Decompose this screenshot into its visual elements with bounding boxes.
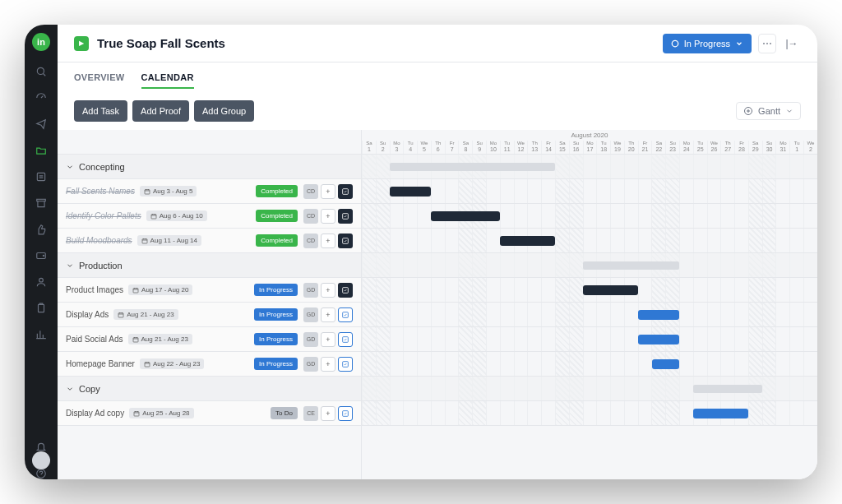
assignee-avatar[interactable]: GD bbox=[303, 283, 318, 298]
status-dropdown[interactable]: In Progress bbox=[663, 34, 752, 53]
svg-rect-10 bbox=[145, 189, 150, 193]
task-row[interactable]: Fall Scents Names Aug 3 - Aug 5 Complete… bbox=[58, 179, 361, 204]
view-dropdown[interactable]: Gantt bbox=[736, 102, 801, 120]
assignee-avatar[interactable]: GD bbox=[303, 332, 318, 347]
assignee-avatar[interactable]: CE bbox=[303, 406, 318, 421]
group-span-bar bbox=[583, 261, 680, 270]
task-bar[interactable] bbox=[500, 236, 555, 246]
task-action-icon[interactable] bbox=[338, 184, 353, 199]
task-row[interactable]: Display Ad copy Aug 25 - Aug 28 To Do CE… bbox=[58, 401, 361, 426]
add-group-button[interactable]: Add Group bbox=[194, 100, 254, 122]
task-name: Product Images bbox=[66, 285, 123, 294]
user-avatar[interactable] bbox=[32, 451, 50, 469]
group-name: Concepting bbox=[79, 162, 125, 172]
assignee-avatar[interactable]: CD bbox=[303, 209, 318, 224]
task-bar[interactable] bbox=[638, 335, 679, 344]
timeline-task-row bbox=[362, 401, 817, 426]
task-date-pill[interactable]: Aug 17 - Aug 20 bbox=[128, 284, 192, 295]
assignee-avatar[interactable]: CD bbox=[303, 234, 318, 248]
timeline-day: Th27 bbox=[720, 141, 734, 154]
task-row[interactable]: Display Ads Aug 21 - Aug 23 In Progress … bbox=[58, 303, 361, 327]
assignee-avatar[interactable]: GD bbox=[303, 357, 318, 372]
timeline-day: Tu11 bbox=[500, 141, 514, 154]
group-row[interactable]: Production bbox=[58, 253, 361, 278]
timeline-day: We2 bbox=[803, 141, 817, 154]
brand-logo[interactable]: in bbox=[32, 33, 50, 51]
task-status-chip[interactable]: Completed bbox=[256, 210, 298, 222]
help-icon[interactable] bbox=[35, 468, 47, 479]
group-row[interactable]: Concepting bbox=[58, 155, 361, 179]
broadcast-icon[interactable] bbox=[35, 118, 47, 130]
task-status-chip[interactable]: In Progress bbox=[254, 333, 298, 345]
folder-icon[interactable] bbox=[35, 145, 47, 156]
timeline-day: Mo10 bbox=[486, 141, 500, 154]
person-icon[interactable] bbox=[35, 276, 47, 288]
task-bar[interactable] bbox=[693, 409, 748, 418]
add-assignee-icon[interactable]: + bbox=[321, 406, 335, 421]
task-name: Build Moodboards bbox=[66, 236, 132, 245]
task-row[interactable]: Paid Social Ads Aug 21 - Aug 23 In Progr… bbox=[58, 327, 361, 352]
add-assignee-icon[interactable]: + bbox=[321, 357, 335, 372]
add-assignee-icon[interactable]: + bbox=[321, 209, 335, 224]
task-status-chip[interactable]: In Progress bbox=[254, 284, 298, 296]
task-status-chip[interactable]: In Progress bbox=[254, 308, 298, 321]
task-action-icon[interactable] bbox=[338, 283, 353, 298]
timeline-day: Mo31 bbox=[775, 141, 789, 154]
tab-calendar[interactable]: CALENDAR bbox=[141, 72, 194, 89]
chart-icon[interactable] bbox=[35, 329, 47, 340]
task-bar[interactable] bbox=[638, 310, 679, 320]
task-status-chip[interactable]: Completed bbox=[256, 234, 298, 247]
tab-overview[interactable]: OVERVIEW bbox=[74, 72, 125, 89]
task-date-pill[interactable]: Aug 25 - Aug 28 bbox=[129, 408, 193, 418]
wallet-icon[interactable] bbox=[35, 250, 47, 261]
archive-icon[interactable] bbox=[35, 197, 47, 209]
timeline-day: Tu18 bbox=[596, 141, 610, 154]
task-date-pill[interactable]: Aug 3 - Aug 5 bbox=[140, 186, 197, 197]
task-row[interactable]: Product Images Aug 17 - Aug 20 In Progre… bbox=[58, 278, 361, 303]
add-assignee-icon[interactable]: + bbox=[321, 184, 335, 199]
group-row[interactable]: Copy bbox=[58, 377, 361, 401]
task-action-icon[interactable] bbox=[338, 406, 353, 421]
assignee-avatar[interactable]: GD bbox=[303, 307, 318, 322]
task-action-icon[interactable] bbox=[338, 234, 353, 248]
task-action-icon[interactable] bbox=[338, 209, 353, 224]
task-bar[interactable] bbox=[390, 187, 431, 197]
task-date-pill[interactable]: Aug 21 - Aug 23 bbox=[113, 309, 178, 320]
add-assignee-icon[interactable]: + bbox=[321, 234, 335, 248]
svg-rect-20 bbox=[133, 337, 138, 341]
assignee-avatar[interactable]: CD bbox=[303, 184, 318, 199]
task-bar[interactable] bbox=[431, 211, 500, 221]
task-date-pill[interactable]: Aug 22 - Aug 23 bbox=[140, 358, 204, 369]
task-date-pill[interactable]: Aug 6 - Aug 10 bbox=[146, 210, 207, 221]
task-status-chip[interactable]: To Do bbox=[271, 407, 298, 419]
task-row[interactable]: Homepage Banner Aug 22 - Aug 23 In Progr… bbox=[58, 352, 361, 377]
more-button[interactable]: ⋯ bbox=[758, 34, 776, 53]
add-assignee-icon[interactable]: + bbox=[321, 332, 335, 347]
task-status-chip[interactable]: In Progress bbox=[254, 358, 298, 370]
timeline-day: Tu25 bbox=[693, 141, 707, 154]
task-date-pill[interactable]: Aug 11 - Aug 14 bbox=[137, 235, 201, 246]
task-action-icon[interactable] bbox=[338, 357, 353, 372]
clipboard-icon[interactable] bbox=[35, 303, 47, 314]
task-row[interactable]: Build Moodboards Aug 11 - Aug 14 Complet… bbox=[58, 229, 361, 253]
add-assignee-icon[interactable]: + bbox=[321, 307, 335, 322]
task-status-chip[interactable]: Completed bbox=[256, 185, 298, 197]
add-task-button[interactable]: Add Task bbox=[74, 100, 127, 122]
expand-button[interactable]: |→ bbox=[783, 34, 801, 53]
add-assignee-icon[interactable]: + bbox=[321, 283, 335, 298]
timeline-day: Fr21 bbox=[638, 141, 652, 154]
add-proof-button[interactable]: Add Proof bbox=[132, 100, 189, 122]
task-action-icon[interactable] bbox=[338, 307, 353, 322]
task-action-icon[interactable] bbox=[338, 332, 353, 347]
search-icon[interactable] bbox=[35, 66, 47, 77]
task-row[interactable]: Identify Color Pallets Aug 6 - Aug 10 Co… bbox=[58, 204, 361, 229]
dashboard-icon[interactable] bbox=[35, 92, 47, 104]
task-date-pill[interactable]: Aug 21 - Aug 23 bbox=[128, 334, 192, 344]
timeline-task-row bbox=[362, 352, 817, 377]
thumbs-icon[interactable] bbox=[35, 224, 47, 235]
list-icon[interactable] bbox=[35, 171, 47, 183]
task-bar[interactable] bbox=[652, 359, 680, 369]
task-bar[interactable] bbox=[583, 285, 638, 295]
svg-rect-24 bbox=[134, 411, 139, 415]
svg-point-8 bbox=[672, 40, 678, 47]
